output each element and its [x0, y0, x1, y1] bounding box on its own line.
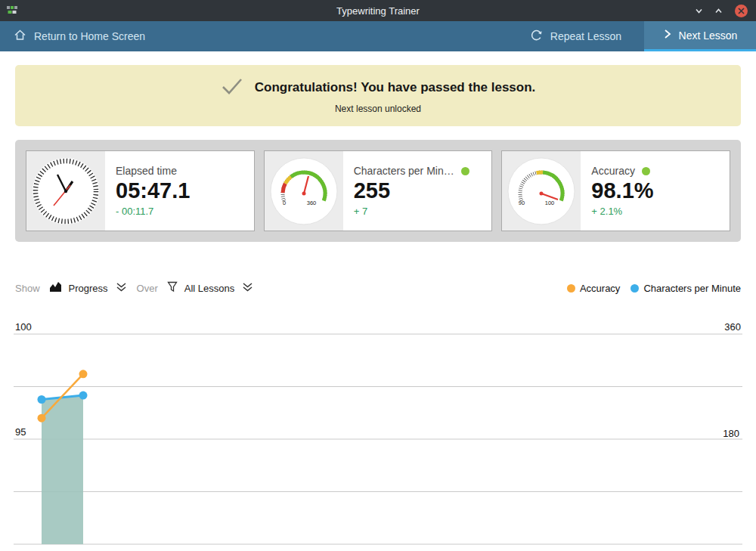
accuracy-delta: + 2.1%	[591, 206, 719, 217]
metric-value: Progress	[69, 283, 108, 294]
elapsed-time-delta: - 00:11.7	[116, 206, 243, 217]
pass-banner-subtitle: Next lesson unlocked	[335, 104, 421, 114]
legend-cpm: Characters per Minute	[631, 283, 741, 294]
accuracy-card: 90 100 Accuracy 98.1% + 2.1%	[501, 150, 730, 231]
show-label: Show	[15, 283, 40, 294]
return-home-button[interactable]: Return to Home Screen	[0, 21, 145, 51]
legend-accuracy-label: Accuracy	[580, 283, 620, 294]
progress-chart-icon	[49, 281, 62, 295]
next-arrow-icon	[663, 29, 672, 42]
window-titlebar: Typewriting Trainer	[0, 0, 756, 21]
chart-plot-area	[0, 317, 756, 546]
repeat-lesson-button[interactable]: Repeat Lesson	[531, 21, 644, 51]
menu-chevron-down-icon[interactable]	[695, 7, 703, 15]
cpm-card: 0 360 Characters per Min… 255 + 7	[264, 150, 493, 231]
next-lesson-label: Next Lesson	[679, 29, 738, 42]
legend-accuracy: Accuracy	[567, 283, 620, 294]
toolbar: Return to Home Screen Repeat Lesson Next…	[0, 21, 756, 51]
cpm-label: Characters per Min…	[354, 165, 454, 177]
elapsed-time-label: Elapsed time	[116, 165, 177, 177]
filter-funnel-icon	[167, 281, 178, 295]
cpm-passed-dot	[461, 167, 469, 175]
gauge-max-label: 100	[545, 200, 555, 206]
pass-banner: Congratulations! You have passed the les…	[15, 65, 741, 126]
legend-cpm-label: Characters per Minute	[643, 283, 741, 294]
elapsed-time-card: Elapsed time 05:47.1 - 00:11.7	[26, 150, 255, 231]
progress-chart: 100 95 360 180	[0, 299, 756, 551]
lessons-value: All Lessons	[184, 283, 234, 294]
minimize-chevron-up-icon[interactable]	[714, 7, 723, 15]
stats-panel: Elapsed time 05:47.1 - 00:11.7 0 360 Cha…	[15, 140, 741, 242]
gauge-max-label: 360	[306, 200, 316, 206]
metric-selector[interactable]: Progress	[49, 281, 128, 295]
cpm-dot-icon	[631, 284, 639, 293]
speed-gauge-icon: 0 360	[265, 151, 343, 231]
accuracy-gauge-icon: 90 100	[502, 151, 581, 231]
cpm-value: 255	[354, 178, 482, 203]
accuracy-value: 98.1%	[591, 178, 719, 203]
repeat-icon	[531, 29, 543, 44]
pass-banner-title: Congratulations! You have passed the les…	[255, 80, 536, 95]
gauge-min-label: 90	[519, 200, 525, 206]
accuracy-dot-icon	[567, 284, 575, 293]
return-home-label: Return to Home Screen	[34, 30, 145, 42]
window-title: Typewriting Trainer	[0, 5, 756, 17]
lessons-selector[interactable]: All Lessons	[167, 281, 254, 295]
close-button[interactable]	[734, 4, 748, 18]
clock-icon	[26, 151, 105, 231]
cpm-delta: + 7	[354, 206, 482, 217]
chart-controls: Show Progress Over All Lessons Accuracy	[15, 277, 741, 299]
chart-legend: Accuracy Characters per Minute	[567, 283, 741, 294]
accuracy-label: Accuracy	[591, 165, 635, 177]
app-icon	[6, 5, 18, 17]
next-lesson-button[interactable]: Next Lesson	[644, 21, 756, 51]
gauge-min-label: 0	[283, 200, 286, 206]
chevron-double-down-icon	[115, 282, 128, 295]
accuracy-passed-dot	[642, 167, 650, 175]
over-label: Over	[137, 283, 158, 294]
repeat-lesson-label: Repeat Lesson	[550, 30, 621, 42]
elapsed-time-value: 05:47.1	[116, 178, 243, 203]
home-icon	[14, 29, 26, 44]
chevron-double-down-icon	[241, 282, 254, 295]
check-icon	[221, 77, 243, 98]
